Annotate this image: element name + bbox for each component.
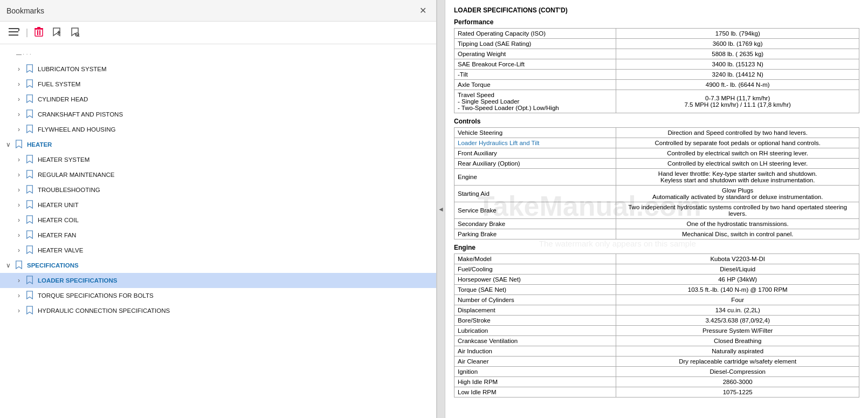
spec-value: Controlled by electrical switch on LH st… — [616, 159, 859, 169]
specs-panel: TakeManual.com The watermark only appear… — [445, 0, 868, 418]
spec-value: Direction and Speed controlled by two ha… — [616, 128, 859, 138]
add-bookmark-button[interactable] — [49, 25, 65, 40]
expand-arrow: — — [15, 51, 23, 57]
table-row: Tipping Load (SAE Rating)3600 lb. (1769 … — [454, 39, 859, 49]
item-label-specifications: SPECIFICATIONS — [27, 262, 79, 269]
tree-item-heater[interactable]: ∨ HEATER — [0, 137, 436, 152]
tree-item-fuel[interactable]: › FUEL SYSTEM — [0, 77, 436, 92]
spec-label: Make/Model — [454, 254, 616, 264]
spec-label: Torque (SAE Net) — [454, 285, 616, 295]
spec-label: Number of Cylinders — [454, 295, 616, 305]
tree-item-specifications[interactable]: ∨ SPECIFICATIONS — [0, 258, 436, 273]
spec-value: 46 HP (34kW) — [616, 275, 859, 285]
expand-arrow: › — [15, 126, 23, 133]
toolbar-divider — [26, 29, 27, 37]
tree-item-torque-specs[interactable]: › TORQUE SPECIFICATIONS FOR BOLTS — [0, 288, 436, 303]
bookmarks-header: Bookmarks ✕ — [0, 0, 436, 22]
svg-rect-1 — [9, 31, 18, 32]
search-bookmark-button[interactable] — [67, 25, 83, 40]
spec-value: 3600 lb. (1769 kg) — [616, 39, 859, 49]
bookmark-tree: — · · · › LUBRICAITON SYSTEM› FUEL SYSTE… — [0, 44, 436, 418]
spec-value: 2860-3000 — [616, 377, 859, 387]
item-label-heater-coil: HEATER COIL — [38, 217, 79, 223]
spec-value: 1750 lb. (794kg) — [616, 29, 859, 39]
close-button[interactable]: ✕ — [416, 4, 430, 17]
spec-label: SAE Breakout Force-Lift — [454, 59, 616, 70]
spec-label: Low Idle RPM — [454, 387, 616, 398]
spec-value: 4900 ft.- lb. (6644 N-m) — [616, 80, 859, 90]
bookmark-icon — [26, 94, 35, 104]
specs-table: Rated Operating Capacity (ISO)1750 lb. (… — [454, 28, 859, 113]
bookmark-icon — [26, 230, 35, 240]
tree-item-crankshaft[interactable]: › CRANKSHAFT AND PISTONS — [0, 107, 436, 122]
spec-value: Glow PlugsAutomatically activated by sta… — [616, 186, 859, 202]
spec-value: Naturally aspirated — [616, 346, 859, 357]
bookmark-icon — [26, 185, 35, 195]
tree-item-heater-valve[interactable]: › HEATER VALVE — [0, 243, 436, 258]
spec-label: Rear Auxiliary (Option) — [454, 159, 616, 169]
collapse-arrow-icon: ◄ — [438, 205, 444, 213]
bookmark-icon — [15, 140, 24, 149]
bookmark-icon — [26, 170, 35, 180]
specs-table: Make/ModelKubota V2203-M-DIFuel/CoolingD… — [454, 253, 859, 398]
spec-label: Engine — [454, 169, 616, 186]
bookmark-icon — [26, 125, 35, 134]
spec-label: Horsepower (SAE Net) — [454, 275, 616, 285]
table-row: Loader Hydraulics Lift and TiltControlle… — [454, 138, 859, 148]
menu-dropdown-button[interactable] — [5, 25, 23, 40]
panel-collapse-handle[interactable]: ◄ — [437, 0, 445, 418]
tree-item-heater-coil[interactable]: › HEATER COIL — [0, 213, 436, 228]
tree-item-flywheel[interactable]: › FLYWHEEL AND HOUSING — [0, 122, 436, 137]
table-row: Number of CylindersFour — [454, 295, 859, 305]
table-row: Starting AidGlow PlugsAutomatically acti… — [454, 186, 859, 202]
spec-label: Air Cleaner — [454, 357, 616, 367]
spec-label: Displacement — [454, 305, 616, 316]
delete-icon — [35, 30, 43, 38]
spec-label: Bore/Stroke — [454, 316, 616, 326]
svg-rect-5 — [37, 30, 38, 35]
item-label-troubleshooting: TROUBLESHOOTING — [38, 187, 100, 193]
table-row: Air CleanerDry replaceable cartridge w/s… — [454, 357, 859, 367]
spec-label: Vehicle Steering — [454, 128, 616, 138]
tree-item-troubleshooting[interactable]: › TROUBLESHOOTING — [0, 182, 436, 197]
table-row: Secondary BrakeOne of the hydrostatic tr… — [454, 219, 859, 229]
tree-item-cylinder[interactable]: › CYLINDER HEAD — [0, 92, 436, 107]
svg-rect-4 — [35, 29, 43, 36]
tree-item-heater-fan[interactable]: › HEATER FAN — [0, 228, 436, 243]
spec-value: Diesel-Compression — [616, 367, 859, 377]
tree-item-regular-maint[interactable]: › REGULAR MAINTENANCE — [0, 167, 436, 182]
spec-value: 3400 lb. (15123 N) — [616, 59, 859, 70]
item-label-fuel: FUEL SYSTEM — [38, 81, 80, 87]
expand-arrow: › — [15, 292, 23, 299]
spec-label: Parking Brake — [454, 229, 616, 239]
bookmark-icon — [26, 215, 35, 225]
table-row: Parking BrakeMechanical Disc, switch in … — [454, 229, 859, 239]
svg-rect-0 — [9, 28, 18, 29]
spec-value: 5808 lb. ( 2635 kg) — [616, 49, 859, 59]
bookmark-icon — [26, 245, 35, 255]
spec-value: Four — [616, 295, 859, 305]
spec-label: Fuel/Cooling — [454, 264, 616, 275]
table-row: Low Idle RPM1075-1225 — [454, 387, 859, 398]
bookmark-icon — [26, 64, 35, 74]
spec-value: Pressure System W/Filter — [616, 326, 859, 336]
table-row: Front AuxiliaryControlled by electrical … — [454, 148, 859, 159]
tree-ellipsis[interactable]: — · · · — [0, 46, 436, 61]
spec-value: 1075-1225 — [616, 387, 859, 398]
delete-button[interactable] — [31, 25, 46, 40]
tree-item-lubrication[interactable]: › LUBRICAITON SYSTEM — [0, 61, 436, 77]
tree-item-loader-specs[interactable]: › LOADER SPECIFICATIONS — [0, 273, 436, 288]
item-label-heater-fan: HEATER FAN — [38, 232, 76, 238]
specs-table: Vehicle SteeringDirection and Speed cont… — [454, 127, 859, 239]
tree-item-heater-system[interactable]: › HEATER SYSTEM — [0, 152, 436, 167]
tree-item-heater-unit[interactable]: › HEATER UNIT — [0, 197, 436, 213]
svg-rect-6 — [39, 30, 40, 35]
item-label-hydraulic-specs: HYDRAULIC CONNECTION SPECIFICATIONS — [38, 307, 170, 314]
spec-label: Front Auxiliary — [454, 148, 616, 159]
specs-title: LOADER SPECIFICATIONS (CONT'D) — [454, 6, 859, 14]
tree-item-hydraulic-specs[interactable]: › HYDRAULIC CONNECTION SPECIFICATIONS — [0, 303, 436, 318]
item-label-heater-system: HEATER SYSTEM — [38, 156, 89, 163]
svg-rect-10 — [58, 31, 59, 34]
item-label-cylinder: CYLINDER HEAD — [38, 96, 88, 102]
spec-label: Travel Speed- Single Speed Loader- Two-S… — [454, 90, 616, 113]
